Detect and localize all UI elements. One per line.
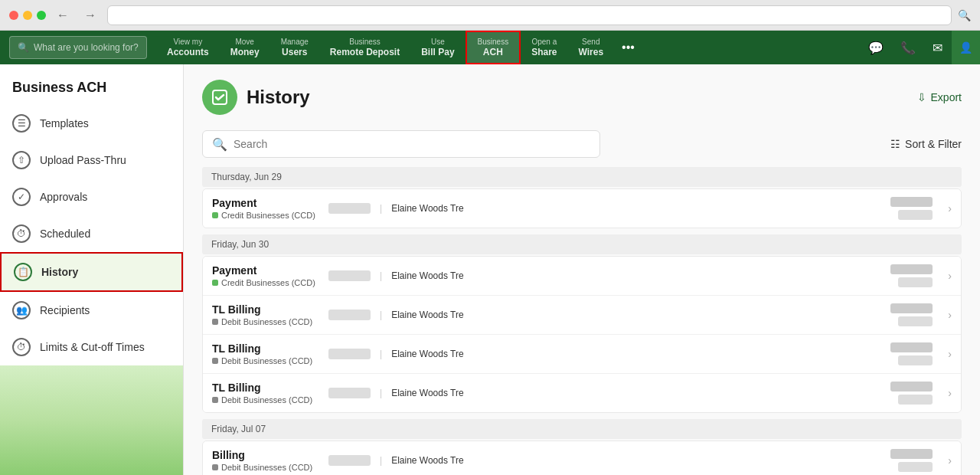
txn-separator: | bbox=[380, 270, 382, 281]
txn-chevron-icon: › bbox=[948, 202, 952, 215]
chat-icon-button[interactable]: 💬 bbox=[861, 31, 891, 64]
export-icon: ⇩ bbox=[917, 91, 926, 103]
txn-account-blur bbox=[328, 270, 371, 281]
global-search-box[interactable]: 🔍 What are you looking for? bbox=[9, 36, 147, 59]
content-search-input[interactable] bbox=[234, 138, 590, 150]
txn-type-text: Credit Businesses (CCD) bbox=[221, 211, 315, 220]
txn-amount-blur bbox=[890, 449, 933, 459]
sort-filter-label: Sort & Filter bbox=[905, 138, 962, 150]
nav-manage-users[interactable]: Manage Users bbox=[270, 31, 319, 64]
export-button[interactable]: ⇩ Export bbox=[917, 91, 962, 103]
txn-type-text: Debit Businesses (CCD) bbox=[221, 356, 312, 365]
nav-os-top: Open a bbox=[531, 37, 557, 47]
sidebar-item-limits-label: Limits & Cut-off Times bbox=[40, 341, 145, 353]
txn-amount-blur bbox=[890, 264, 933, 274]
txn-type-text: Debit Businesses (CCD) bbox=[221, 395, 312, 405]
table-row[interactable]: Billing Debit Businesses (CCD) | Elaine … bbox=[203, 441, 961, 475]
content-header: History ⇩ Export bbox=[202, 80, 962, 115]
txn-recipient: Elaine Woods Tre bbox=[391, 270, 464, 281]
txn-recipient: Elaine Woods Tre bbox=[391, 203, 464, 214]
nav-send-wires[interactable]: Send Wires bbox=[568, 31, 615, 64]
txn-status-blur bbox=[898, 316, 933, 326]
table-row[interactable]: Payment Credit Businesses (CCD) | Elaine… bbox=[203, 189, 961, 228]
browser-dots bbox=[9, 11, 46, 20]
mail-icon-button[interactable]: ✉ bbox=[925, 31, 950, 64]
table-row[interactable]: TL Billing Debit Businesses (CCD) | Elai… bbox=[203, 296, 961, 335]
table-row[interactable]: TL Billing Debit Businesses (CCD) | Elai… bbox=[203, 374, 961, 412]
txn-chevron-icon: › bbox=[948, 454, 952, 467]
sidebar-item-approvals[interactable]: ✓ Approvals bbox=[0, 179, 183, 215]
nav-view-accounts[interactable]: View my Accounts bbox=[156, 31, 220, 64]
dot-yellow[interactable] bbox=[23, 11, 32, 20]
user-avatar-button[interactable]: 👤 bbox=[952, 31, 980, 64]
main-layout: Business ACH ☰ Templates ⇧ Upload Pass-T… bbox=[0, 64, 980, 475]
nav-manage-users-top: Manage bbox=[281, 37, 309, 47]
nav-ubp-bold: Bill Pay bbox=[421, 47, 454, 59]
content-area: History ⇩ Export 🔍 ☷ Sort & Filter Thurs… bbox=[184, 64, 980, 475]
txn-name-section: Payment Credit Businesses (CCD) bbox=[212, 197, 319, 220]
header-icons: 💬 📞 ✉ 👤 bbox=[861, 31, 980, 64]
nav-brd-bold: Remote Deposit bbox=[330, 47, 400, 59]
nav-move-money-bold: Money bbox=[230, 47, 260, 59]
nav-view-accounts-top: View my bbox=[174, 37, 203, 47]
txn-type-badge: Debit Businesses (CCD) bbox=[212, 317, 312, 326]
txn-account-blur bbox=[328, 388, 371, 398]
nav-open-share[interactable]: Open a Share bbox=[521, 31, 567, 64]
search-placeholder-text: What are you looking for? bbox=[34, 42, 139, 53]
sidebar-item-templates[interactable]: ☰ Templates bbox=[0, 105, 183, 142]
dot-green[interactable] bbox=[37, 11, 46, 20]
limits-icon: ⏱ bbox=[12, 338, 31, 356]
nav-more-button[interactable]: ••• bbox=[614, 31, 642, 64]
dot-red[interactable] bbox=[9, 11, 18, 20]
sidebar-item-templates-label: Templates bbox=[40, 117, 89, 129]
txn-meta bbox=[890, 382, 933, 405]
date-separator-0: Thursday, Jun 29 bbox=[202, 167, 962, 187]
sort-filter-button[interactable]: ☷ Sort & Filter bbox=[890, 138, 962, 150]
url-bar[interactable] bbox=[107, 5, 952, 25]
txn-chevron-icon: › bbox=[948, 348, 952, 360]
browser-back-button[interactable]: ← bbox=[52, 7, 74, 24]
export-label: Export bbox=[931, 91, 962, 103]
txn-type-badge: Debit Businesses (CCD) bbox=[212, 463, 312, 472]
sidebar-item-scheduled[interactable]: ⏱ Scheduled bbox=[0, 215, 183, 252]
upload-icon: ⇧ bbox=[12, 151, 31, 169]
txn-type-line: Credit Businesses (CCD) bbox=[212, 278, 319, 287]
table-row[interactable]: TL Billing Debit Businesses (CCD) | Elai… bbox=[203, 335, 961, 374]
sidebar-item-history[interactable]: 📋 History bbox=[0, 252, 183, 292]
nav-os-bold: Share bbox=[531, 47, 557, 59]
txn-name: TL Billing bbox=[212, 382, 319, 394]
type-dot bbox=[212, 319, 218, 325]
nav-business-remote-deposit[interactable]: Business Remote Deposit bbox=[319, 31, 410, 64]
filter-icon: ☷ bbox=[890, 138, 900, 150]
txn-status-blur bbox=[898, 355, 933, 365]
sidebar-item-upload-pass-thru[interactable]: ⇧ Upload Pass-Thru bbox=[0, 142, 183, 179]
txn-name-section: Billing Debit Businesses (CCD) bbox=[212, 449, 319, 472]
sidebar-item-recipients[interactable]: 👥 Recipients bbox=[0, 292, 183, 329]
sidebar-item-limits-cutoff[interactable]: ⏱ Limits & Cut-off Times bbox=[0, 329, 183, 365]
txn-meta bbox=[890, 303, 933, 326]
txn-recipient: Elaine Woods Tre bbox=[391, 455, 464, 466]
main-nav: View my Accounts Move Money Manage Users… bbox=[156, 31, 861, 64]
txn-type-badge: Credit Businesses (CCD) bbox=[212, 278, 315, 287]
content-search-box[interactable]: 🔍 bbox=[202, 130, 600, 158]
phone-icon-button[interactable]: 📞 bbox=[893, 31, 923, 64]
nav-move-money[interactable]: Move Money bbox=[220, 31, 270, 64]
app-header: 🔍 What are you looking for? View my Acco… bbox=[0, 31, 980, 64]
type-dot bbox=[212, 358, 218, 364]
txn-account-blur bbox=[328, 455, 371, 466]
nav-use-bill-pay[interactable]: Use Bill Pay bbox=[410, 31, 465, 64]
page-title: History bbox=[247, 87, 310, 108]
search-filter-bar: 🔍 ☷ Sort & Filter bbox=[202, 130, 962, 158]
browser-forward-button[interactable]: → bbox=[80, 7, 101, 24]
txn-type-text: Credit Businesses (CCD) bbox=[221, 278, 315, 287]
txn-name-section: TL Billing Debit Businesses (CCD) bbox=[212, 382, 319, 405]
table-row[interactable]: Payment Credit Businesses (CCD) | Elaine… bbox=[203, 257, 961, 296]
type-dot bbox=[212, 212, 218, 218]
txn-chevron-icon: › bbox=[948, 270, 952, 282]
browser-search-icon: 🔍 bbox=[958, 9, 971, 21]
txn-type-line: Debit Businesses (CCD) bbox=[212, 317, 319, 326]
sidebar-title: Business ACH bbox=[0, 64, 183, 105]
txn-account-blur bbox=[328, 310, 371, 320]
txn-meta bbox=[890, 264, 933, 287]
nav-business-ach[interactable]: Business ACH bbox=[466, 31, 521, 64]
